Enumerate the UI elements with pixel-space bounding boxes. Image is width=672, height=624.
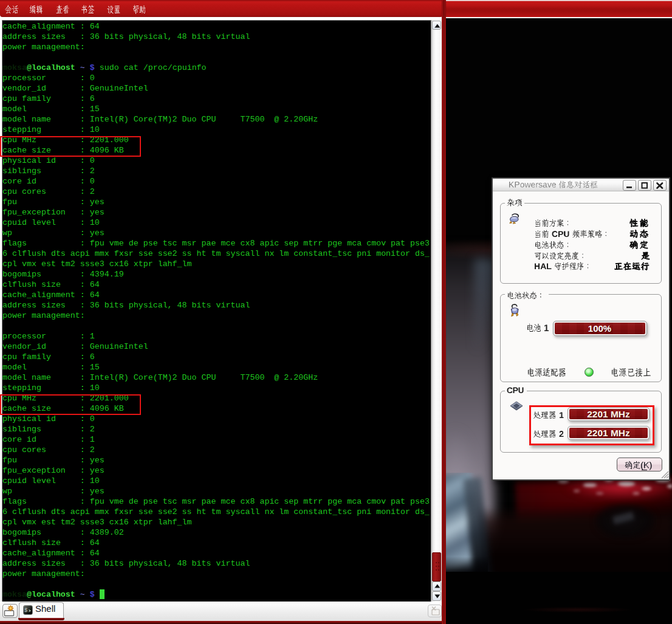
svg-text:$: $: [24, 608, 28, 614]
